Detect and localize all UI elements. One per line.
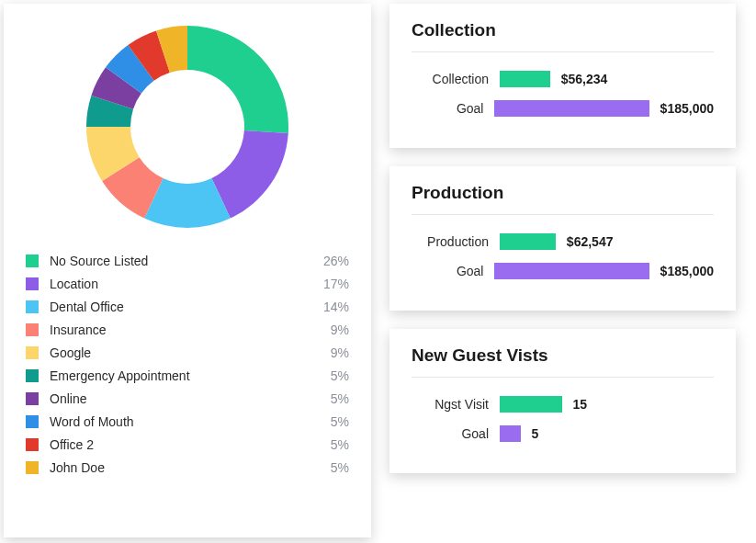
legend-label: Insurance	[50, 322, 331, 337]
donut-slice	[187, 26, 288, 133]
legend-row: John Doe5%	[26, 460, 349, 475]
metric-row: Goal5	[412, 424, 714, 444]
metric-value: $62,547	[567, 234, 614, 249]
legend-percent: 9%	[331, 345, 349, 360]
metric-label: Ngst Visit	[412, 397, 489, 412]
legend-row: Insurance9%	[26, 322, 349, 337]
donut-legend: No Source Listed26%Location17%Dental Off…	[26, 254, 349, 475]
legend-label: John Doe	[50, 460, 331, 475]
metric-row: Collection$56,234	[412, 69, 714, 89]
metric-row: Production$62,547	[412, 232, 714, 252]
visits-card: New Guest Vists Ngst Visit15Goal5	[389, 329, 736, 473]
legend-row: Google9%	[26, 345, 349, 360]
metric-label: Goal	[412, 101, 483, 116]
metric-value: 5	[532, 426, 539, 441]
legend-label: Google	[50, 345, 331, 360]
legend-swatch	[26, 255, 39, 267]
legend-swatch	[26, 323, 39, 336]
legend-percent: 26%	[323, 254, 349, 268]
collection-title: Collection	[412, 20, 714, 52]
legend-row: Dental Office14%	[26, 300, 349, 314]
legend-row: No Source Listed26%	[26, 254, 349, 268]
legend-swatch	[26, 300, 39, 313]
sources-card: No Source Listed26%Location17%Dental Off…	[4, 4, 371, 537]
legend-swatch	[26, 461, 39, 474]
legend-label: Emergency Appointment	[50, 368, 331, 383]
metric-bar	[500, 233, 556, 250]
metric-row: Goal$185,000	[412, 261, 714, 281]
metric-value: $56,234	[561, 72, 608, 86]
legend-label: No Source Listed	[50, 254, 323, 268]
metric-bar	[500, 396, 562, 413]
legend-row: Office 25%	[26, 437, 349, 452]
legend-swatch	[26, 277, 39, 290]
legend-label: Office 2	[50, 437, 331, 452]
legend-row: Location17%	[26, 277, 349, 291]
metric-bar	[500, 71, 550, 87]
donut-chart	[26, 17, 349, 237]
metric-label: Goal	[412, 264, 483, 278]
metric-value: $185,000	[660, 101, 714, 116]
legend-label: Word of Mouth	[50, 414, 331, 429]
legend-label: Dental Office	[50, 300, 323, 314]
metric-label: Goal	[412, 426, 489, 441]
metric-value: $185,000	[660, 264, 714, 278]
metric-row: Ngst Visit15	[412, 394, 714, 414]
legend-percent: 9%	[331, 322, 349, 337]
metric-bar	[500, 425, 521, 442]
metric-value: 15	[573, 397, 588, 412]
metric-label: Collection	[412, 72, 489, 86]
metric-label: Production	[412, 234, 489, 249]
legend-percent: 5%	[331, 414, 349, 429]
legend-percent: 5%	[331, 368, 349, 383]
legend-swatch	[26, 415, 39, 428]
legend-label: Location	[50, 277, 323, 291]
collection-card: Collection Collection$56,234Goal$185,000	[389, 4, 736, 148]
legend-percent: 5%	[331, 460, 349, 475]
legend-swatch	[26, 438, 39, 451]
legend-row: Emergency Appointment5%	[26, 368, 349, 383]
visits-title: New Guest Vists	[412, 345, 714, 378]
production-card: Production Production$62,547Goal$185,000	[389, 166, 736, 311]
production-title: Production	[412, 183, 714, 215]
metric-row: Goal$185,000	[412, 98, 714, 119]
legend-row: Online5%	[26, 391, 349, 406]
legend-swatch	[26, 346, 39, 359]
legend-percent: 5%	[331, 391, 349, 406]
legend-row: Word of Mouth5%	[26, 414, 349, 429]
legend-percent: 17%	[323, 277, 349, 291]
legend-swatch	[26, 392, 39, 405]
metric-bar	[494, 263, 649, 279]
legend-percent: 14%	[323, 300, 349, 314]
legend-label: Online	[50, 391, 331, 406]
legend-swatch	[26, 369, 39, 382]
metric-bar	[494, 100, 649, 117]
legend-percent: 5%	[331, 437, 349, 452]
